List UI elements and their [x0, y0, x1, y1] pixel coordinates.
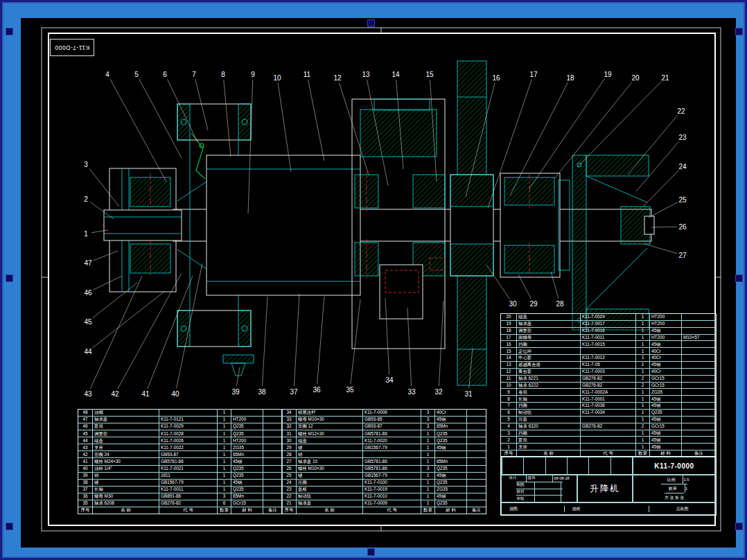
bom-cell: 2 — [635, 376, 649, 382]
corner-drawing-number: K11-7-D000 — [55, 44, 89, 51]
bom-cell: K11-7-0028 — [159, 430, 217, 437]
selection-handle-bottom-center[interactable] — [367, 548, 375, 556]
selection-handle-top-right[interactable] — [735, 28, 743, 35]
bom-cell — [263, 437, 282, 444]
bom-cell — [466, 500, 486, 507]
selection-handle-bottom-left[interactable] — [6, 523, 13, 530]
bom-cell: 1 — [501, 444, 516, 450]
bom-cell: K11-7-0002A — [580, 389, 635, 395]
bom-cell: 1 — [421, 444, 434, 450]
bom-cell: 螺栓 M24×30 — [92, 458, 159, 464]
bom-cell: K11-7-0100 — [362, 480, 421, 486]
cad-viewer: 4567891011121314151617181920212223242526… — [0, 0, 747, 560]
leader-line-4 — [110, 79, 166, 182]
bom-cell: 圆螺母 — [516, 335, 580, 341]
bom-cell: 1 — [217, 466, 231, 472]
bom-cell: 2 — [635, 423, 649, 430]
part-callout-47: 47 — [84, 259, 92, 267]
bom-cell: 40Cr — [649, 369, 681, 375]
bom-cell: Q235 — [231, 423, 263, 430]
bom-cell: 32 — [282, 423, 296, 430]
bom-cell — [580, 348, 635, 354]
bom-cell — [466, 473, 486, 479]
bom-cell: 1 — [421, 437, 434, 444]
sheet-count: 共 张 第 张 — [665, 493, 684, 502]
bom-cell — [263, 444, 282, 450]
bom-cell — [580, 437, 635, 443]
selection-handle-top-center[interactable] — [367, 19, 375, 27]
leader-line-26 — [651, 227, 677, 227]
bom-cell — [681, 396, 716, 402]
bom-cell: 26 — [282, 466, 296, 472]
bom-cell: 42 — [78, 451, 92, 457]
bom-cell: K11-7-0017 — [580, 321, 635, 327]
part-callout-17: 17 — [529, 71, 538, 78]
bom-cell: K11-7-0022 — [159, 444, 217, 450]
bom-cell — [681, 314, 716, 320]
bom-cell: 序号 — [282, 507, 296, 514]
bom-cell: 端盖 — [296, 437, 362, 444]
bom-cell: 名 称 — [296, 507, 362, 514]
table-row: 43支座K11-7-00221ZG35 — [78, 444, 282, 450]
bom-cell: 40Cr — [649, 355, 681, 361]
table-row: 5压盖145钢 — [501, 416, 716, 423]
selection-handle-top-left[interactable] — [6, 28, 13, 35]
part-callout-38: 38 — [258, 388, 266, 396]
bom-cell: 65Mn — [231, 493, 263, 500]
selection-handle-mid-right[interactable] — [735, 274, 743, 282]
table-row: 42垫圈 24GB93-87165Mn — [78, 450, 282, 457]
bom-cell: Q235 — [649, 410, 681, 416]
corner-drawing-number-box: K11-7-D000 — [50, 39, 94, 56]
bom-cell: 调整垫 — [92, 430, 159, 437]
leader-line-7 — [195, 80, 208, 130]
bom-cell — [681, 423, 716, 430]
doc-type: 总装图 — [649, 506, 715, 512]
selection-handle-bottom-right[interactable] — [735, 523, 743, 530]
bom-cell: GCr15 — [649, 383, 681, 389]
bom-cell: 1 — [635, 430, 649, 437]
scale-label: 比例 — [659, 475, 683, 484]
bom-cell: 轴承盖 — [296, 500, 362, 507]
bom-cell: 27 — [282, 458, 296, 464]
bom-cell — [231, 410, 263, 416]
leader-line-32 — [439, 301, 443, 386]
bom-cell — [681, 444, 716, 450]
selection-handle-mid-left[interactable] — [6, 274, 13, 282]
bom-cell: K11-7-0001 — [580, 396, 635, 402]
part-callout-27: 27 — [678, 252, 687, 259]
part-callout-34: 34 — [385, 376, 394, 384]
qty-label: 数量 — [661, 484, 685, 493]
bom-cell: 30 — [282, 437, 296, 444]
bom-cell: 卷筒 — [516, 389, 580, 395]
bom-cell — [263, 487, 282, 493]
table-row: 12离合套K11-7-0003140Cr — [501, 368, 716, 375]
bom-cell — [263, 410, 282, 416]
leader-line-3 — [89, 168, 119, 207]
part-callout-30: 30 — [509, 300, 517, 308]
bom-cell: 制动轮 — [516, 410, 580, 416]
bom-cell: 挡圈 — [516, 341, 580, 347]
bom-cell: K11-7-0026 — [159, 437, 217, 444]
bom-cell — [681, 383, 716, 389]
part-callout-11: 11 — [304, 71, 311, 78]
bom-cell: GB1567-79 — [159, 480, 217, 486]
bom-cell: 支座 — [92, 444, 159, 450]
bom-cell — [681, 369, 716, 375]
bom-cell — [263, 423, 282, 430]
bom-cell: 轴承盖 — [92, 417, 159, 423]
bom-cell: 45钢 — [434, 417, 466, 423]
bom-cell — [681, 417, 716, 423]
table-row: 10轴承 6222GB276-822GCr15 — [501, 382, 716, 389]
bom-cell: 11 — [501, 376, 516, 382]
bom-cell — [466, 493, 486, 500]
bom-cell: GCr15 — [649, 423, 681, 430]
part-callout-23: 23 — [678, 134, 687, 141]
bom-cell: GCr15 — [231, 500, 263, 507]
bom-cell — [263, 466, 282, 472]
leader-line-37 — [294, 294, 299, 386]
bom-header-row: 序号名 称代 号数量材 料备注 — [282, 507, 486, 514]
bom-cell: 21 — [282, 500, 296, 507]
bom-cell: 1 — [217, 473, 231, 479]
table-row: 14中心套K11-7-0012140Cr — [501, 354, 716, 361]
signature-cell: 审核 — [516, 496, 534, 502]
